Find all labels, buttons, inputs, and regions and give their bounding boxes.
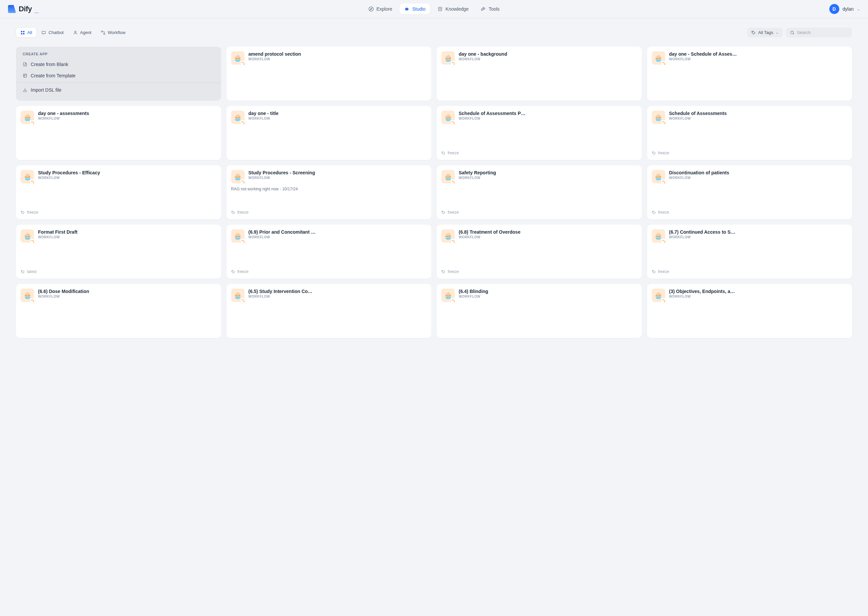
app-card[interactable]: 🧁 Format First Draft WORKFLOW latest xyxy=(16,225,221,279)
app-tag: latest xyxy=(27,269,37,274)
app-type: WORKFLOW xyxy=(38,117,216,120)
app-type: WORKFLOW xyxy=(249,295,427,299)
app-card[interactable]: 🧁 Study Procedures - Screening WORKFLOW … xyxy=(227,165,432,219)
filter-all[interactable]: All xyxy=(16,28,36,37)
app-type: WORKFLOW xyxy=(459,235,637,239)
app-card[interactable]: 🧁 Schedule of Assessments P… WORKFLOW fr… xyxy=(437,106,642,160)
app-title: Schedule of Assessments P… xyxy=(459,111,637,116)
workflow-badge-icon xyxy=(661,239,666,244)
workflow-badge-icon xyxy=(661,61,666,66)
nav-tools[interactable]: Tools xyxy=(476,4,504,14)
tag-icon xyxy=(441,211,446,215)
nav-studio[interactable]: Studio xyxy=(400,4,430,14)
workflow-badge-icon xyxy=(241,179,246,185)
create-template-label: Create from Template xyxy=(31,73,76,79)
app-card[interactable]: 🧁 Schedule of Assessments WORKFLOW freez… xyxy=(647,106,852,160)
template-icon xyxy=(23,73,27,78)
workflow-badge-icon xyxy=(451,120,456,125)
app-card[interactable]: 🧁 day one - title WORKFLOW xyxy=(227,106,432,160)
svg-rect-9 xyxy=(21,31,22,32)
svg-point-52 xyxy=(653,211,653,212)
filter-agent[interactable]: Agent xyxy=(69,28,96,37)
create-from-blank[interactable]: Create from Blank xyxy=(16,59,221,70)
workflow-badge-icon xyxy=(241,120,246,125)
app-type: WORKFLOW xyxy=(38,295,216,299)
search-box[interactable] xyxy=(786,28,852,37)
app-title: Format First Draft xyxy=(38,229,216,235)
app-title: (6.4) Blinding xyxy=(459,289,637,294)
import-dsl-label: Import DSL file xyxy=(31,87,61,93)
svg-rect-48 xyxy=(454,182,455,183)
hammer-icon xyxy=(481,6,486,12)
filter-workflow-label: Workflow xyxy=(108,30,125,35)
workflow-badge-icon xyxy=(30,120,35,125)
svg-rect-63 xyxy=(664,242,665,243)
create-from-template[interactable]: Create from Template xyxy=(16,70,221,81)
tag-icon xyxy=(231,211,236,215)
svg-rect-53 xyxy=(32,240,32,241)
svg-rect-13 xyxy=(42,31,46,33)
app-tag-row: freeze xyxy=(441,269,637,274)
search-input[interactable] xyxy=(797,30,848,35)
brand-name: Dify xyxy=(19,5,32,13)
app-tag: freeze xyxy=(448,210,459,215)
app-card[interactable]: 🧁 (6.4) Blinding WORKFLOW xyxy=(437,284,642,338)
app-icon: 🧁 xyxy=(652,289,665,302)
svg-point-3 xyxy=(406,9,406,9)
nav-knowledge[interactable]: Knowledge xyxy=(433,4,473,14)
filter-workflow[interactable]: Workflow xyxy=(96,28,130,37)
app-title: Schedule of Assessments xyxy=(669,111,848,116)
tags-dropdown-label: All Tags xyxy=(758,30,773,35)
logo-caret-icon: _ xyxy=(35,5,39,14)
svg-point-18 xyxy=(791,31,793,34)
app-type: WORKFLOW xyxy=(459,117,637,120)
logo[interactable]: Dify_ xyxy=(8,5,38,13)
app-card[interactable]: 🧁 (3) Objectives, Endpoints, a… WORKFLOW xyxy=(647,284,852,338)
app-type: WORKFLOW xyxy=(249,176,427,180)
app-card[interactable]: 🧁 (6.7) Continued Access to S… WORKFLOW … xyxy=(647,225,852,279)
import-dsl[interactable]: Import DSL file xyxy=(16,84,221,96)
app-card[interactable]: 🧁 day one - background WORKFLOW xyxy=(437,47,642,101)
file-plus-icon xyxy=(23,62,27,67)
app-title: Study Procedures - Efficacy xyxy=(38,170,216,175)
app-card[interactable]: 🧁 Discontinuation of patients WORKFLOW f… xyxy=(647,165,852,219)
top-nav: Explore Studio Knowledge Tools xyxy=(364,4,504,14)
tag-icon xyxy=(231,270,236,274)
app-card[interactable]: 🧁 (6.8) Treatment of Overdose WORKFLOW f… xyxy=(437,225,642,279)
svg-rect-72 xyxy=(664,301,665,302)
app-card[interactable]: 🧁 day one - assessments WORKFLOW xyxy=(16,106,221,160)
app-icon: 🧁 xyxy=(652,111,665,124)
app-icon: 🧁 xyxy=(652,229,665,243)
app-card[interactable]: 🧁 amend protocol section WORKFLOW xyxy=(227,47,432,101)
app-card[interactable]: 🧁 Study Procedures - Efficacy WORKFLOW f… xyxy=(16,165,221,219)
app-tag-row: freeze xyxy=(441,151,637,156)
nav-explore[interactable]: Explore xyxy=(364,4,397,14)
app-tag-row: freeze xyxy=(441,210,637,215)
svg-point-37 xyxy=(442,152,443,152)
svg-point-49 xyxy=(442,211,443,212)
svg-rect-31 xyxy=(32,121,32,123)
tag-icon xyxy=(20,270,25,274)
filter-chatbot[interactable]: Chatbot xyxy=(37,28,68,37)
avatar: D xyxy=(829,4,839,14)
svg-rect-15 xyxy=(101,31,103,32)
svg-rect-69 xyxy=(452,299,453,300)
app-icon: 🧁 xyxy=(20,289,34,302)
tag-icon xyxy=(20,211,25,215)
svg-rect-27 xyxy=(452,62,453,63)
app-card[interactable]: 🧁 (6.6) Dose Modification WORKFLOW xyxy=(16,284,221,338)
workflow-badge-icon xyxy=(30,179,35,185)
app-card[interactable]: 🧁 day one - Schedule of Asses… WORKFLOW xyxy=(647,47,852,101)
tag-icon xyxy=(652,211,656,215)
user-menu[interactable]: D dylan ⌄ xyxy=(829,4,860,14)
chevron-down-icon: ⌄ xyxy=(776,30,778,35)
app-tag-row: freeze xyxy=(20,210,216,215)
svg-rect-70 xyxy=(454,301,455,302)
tags-dropdown[interactable]: All Tags ⌄ xyxy=(747,28,783,37)
app-card[interactable]: 🧁 (6.9) Prior and Concomitant … WORKFLOW… xyxy=(227,225,432,279)
app-icon: 🧁 xyxy=(441,51,455,64)
grid-icon xyxy=(20,30,25,35)
toolbar: All Chatbot Agent Workflow All Tags xyxy=(0,18,868,41)
app-card[interactable]: 🧁 (6.5) Study Intervention Co… WORKFLOW xyxy=(227,284,432,338)
app-card[interactable]: 🧁 Safety Reporting WORKFLOW freeze xyxy=(437,165,642,219)
